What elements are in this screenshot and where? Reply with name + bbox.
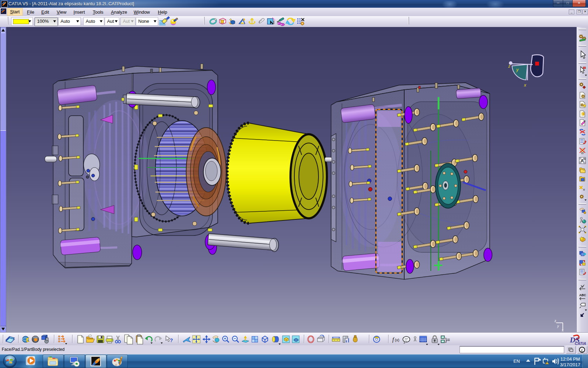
svg-text:x: x xyxy=(524,82,526,88)
svg-text:}=: }= xyxy=(445,337,450,343)
svg-text:(x): (x) xyxy=(395,338,399,342)
svg-text:n: n xyxy=(583,188,585,191)
svg-text:!: ! xyxy=(546,362,547,364)
svg-text:z: z xyxy=(554,319,556,323)
svg-text:15: 15 xyxy=(583,158,586,161)
svg-text:z: z xyxy=(508,63,511,69)
svg-text:x: x xyxy=(562,328,564,332)
svg-text:f: f xyxy=(392,336,395,343)
svg-text:ABC: ABC xyxy=(579,293,586,297)
svg-text:?: ? xyxy=(170,337,173,343)
svg-text:y: y xyxy=(557,324,559,328)
